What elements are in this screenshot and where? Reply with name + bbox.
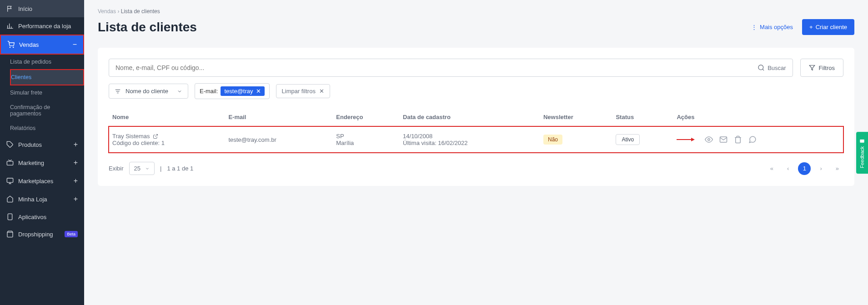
nav-sub-relatorios[interactable]: Relatórios [10, 121, 84, 135]
sidebar: Início Performance da loja Vendas − List… [0, 0, 84, 305]
monitor-icon [6, 177, 14, 185]
close-icon: ✕ [319, 88, 324, 95]
search-input[interactable] [115, 64, 758, 71]
flag-icon [6, 5, 14, 12]
expand-icon: + [74, 159, 78, 167]
th-email: E-mail [225, 108, 332, 126]
clear-filters-button[interactable]: Limpar filtros ✕ [276, 84, 330, 98]
page-size-select[interactable]: 25 [129, 162, 155, 175]
status-badge: Ativo [616, 134, 640, 145]
range-label: 1 a 1 de 1 [167, 165, 193, 172]
beta-badge: Beta [65, 231, 78, 237]
bag-icon [6, 230, 14, 238]
sort-select[interactable]: Nome do cliente [109, 84, 188, 99]
nav-sub-clientes[interactable]: Clientes [10, 69, 84, 85]
nav-sub-frete[interactable]: Simular frete [10, 85, 84, 100]
page-first[interactable]: « [766, 162, 778, 175]
divider: | [160, 165, 161, 172]
email-filter-value-chip[interactable]: teste@tray ✕ [221, 86, 264, 96]
page-next[interactable]: › [815, 162, 826, 175]
svg-rect-11 [860, 139, 864, 142]
feedback-tab[interactable]: Feedback [856, 131, 868, 173]
create-client-label: Criar cliente [816, 24, 847, 30]
filters-button[interactable]: Filtros [800, 59, 843, 77]
th-cadastro: Data de cadastro [399, 108, 540, 126]
trash-icon[interactable] [734, 135, 742, 144]
chart-icon [6, 22, 14, 30]
nav-sub-pagamentos[interactable]: Confirmação de pagamentos [10, 100, 84, 121]
nav-performance[interactable]: Performance da loja [0, 17, 84, 35]
breadcrumb-root[interactable]: Vendas [98, 8, 116, 15]
th-nome: Nome [109, 108, 225, 126]
filters-button-label: Filtros [819, 65, 835, 71]
nav-sub-pedidos[interactable]: Lista de pedidos [10, 55, 84, 69]
th-status: Status [612, 108, 673, 126]
sort-icon [115, 88, 121, 95]
page-current[interactable]: 1 [798, 162, 811, 175]
mail-icon[interactable] [719, 135, 728, 144]
collapse-icon: − [73, 40, 77, 49]
nav-label: Produtos [18, 141, 42, 148]
chevron-down-icon [177, 89, 182, 94]
cell-endereco: SP Marília [332, 126, 399, 153]
eye-icon[interactable] [705, 135, 713, 144]
plus-icon: + [809, 24, 813, 30]
whatsapp-icon[interactable] [748, 135, 757, 144]
clients-table: Nome E-mail Endereço Data de cadastro Ne… [109, 108, 843, 153]
cell-nome: Tray Sistemas Código do cliente: 1 [109, 126, 225, 153]
phone-icon [6, 213, 14, 220]
nav-marketing[interactable]: Marketing + [0, 154, 84, 172]
nav-aplicativos[interactable]: Aplicativos [0, 208, 84, 225]
reg-date: 14/10/2008 [403, 133, 536, 140]
svg-rect-2 [7, 161, 13, 165]
th-endereco: Endereço [332, 108, 399, 126]
main-content: Vendas › Lista de clientes Lista de clie… [84, 0, 868, 305]
cell-cadastro: 14/10/2008 Última visita: 16/02/2022 [399, 126, 540, 153]
expand-icon: + [74, 140, 78, 149]
filter-icon [809, 65, 815, 71]
page-last[interactable]: » [831, 162, 843, 175]
nav-label: Vendas [19, 41, 39, 48]
addr-line2: Marília [336, 140, 396, 146]
breadcrumb-sep: › [117, 8, 119, 15]
th-acoes: Ações [673, 108, 843, 126]
nav-sub-label: Relatórios [10, 125, 35, 131]
nav-minha-loja[interactable]: Minha Loja + [0, 190, 84, 208]
client-name-link[interactable]: Tray Sistemas [112, 133, 150, 140]
cell-status: Ativo [612, 126, 673, 153]
table-row: Tray Sistemas Código do cliente: 1 teste… [109, 126, 843, 153]
more-options-label: Mais opções [760, 24, 793, 30]
nav-label: Marketplaces [18, 178, 53, 185]
close-icon[interactable]: ✕ [256, 88, 261, 95]
svg-point-0 [10, 47, 10, 47]
th-newsletter: Newsletter [540, 108, 612, 126]
page-prev[interactable]: ‹ [783, 162, 793, 175]
nav-sub-label: Confirmação de pagamentos [10, 104, 78, 117]
nav-sub-label: Lista de pedidos [10, 59, 51, 65]
nav-inicio[interactable]: Início [0, 0, 84, 17]
external-link-icon[interactable] [153, 134, 158, 139]
more-options-button[interactable]: ⋮ Mais opções [751, 24, 793, 30]
nav-label: Dropshipping [18, 231, 53, 238]
nav-label: Marketing [18, 160, 44, 166]
expand-icon: + [74, 177, 78, 185]
client-code: Código do cliente: 1 [112, 140, 221, 146]
breadcrumb: Vendas › Lista de clientes [98, 8, 854, 15]
clear-filters-label: Limpar filtros [282, 88, 316, 95]
page-header: Vendas › Lista de clientes Lista de clie… [84, 0, 868, 40]
nav-vendas[interactable]: Vendas − [0, 35, 84, 55]
svg-rect-4 [8, 214, 12, 220]
nav-sub-label: Simular frete [10, 90, 42, 96]
nav-produtos[interactable]: Produtos + [0, 135, 84, 154]
nav-vendas-submenu: Lista de pedidos Clientes Simular frete … [0, 55, 84, 135]
email-filter-chip: E-mail: teste@tray ✕ [195, 83, 270, 99]
search-icon [758, 64, 765, 71]
nav-dropshipping[interactable]: Dropshipping Beta [0, 225, 84, 243]
search-button[interactable]: Buscar [758, 64, 786, 71]
email-filter-value: teste@tray [224, 88, 253, 95]
dots-icon: ⋮ [751, 24, 757, 30]
email-filter-label: E-mail: [200, 88, 218, 95]
create-client-button[interactable]: + Criar cliente [802, 19, 854, 35]
nav-marketplaces[interactable]: Marketplaces + [0, 172, 84, 190]
page-title: Lista de clientes [98, 20, 197, 35]
